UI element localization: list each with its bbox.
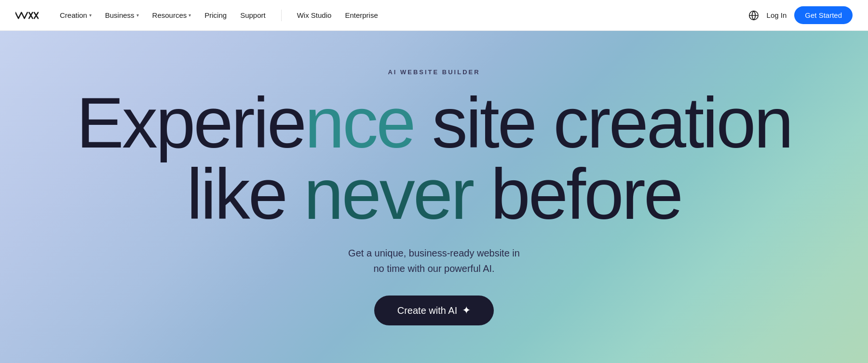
nav-resources-label: Resources (152, 11, 187, 19)
wix-logo[interactable] (15, 8, 39, 23)
nav-item-support[interactable]: Support (234, 7, 271, 23)
hero-desc-line1: Get a unique, business-ready website in (348, 248, 520, 258)
language-selector[interactable] (748, 10, 759, 21)
hero-section: AI WEBSITE BUILDER Experience site creat… (0, 0, 868, 363)
nav-item-enterprise[interactable]: Enterprise (339, 7, 383, 23)
create-with-ai-button[interactable]: Create with AI ✦ (374, 296, 494, 325)
hero-headline: Experience site creation like never befo… (76, 87, 792, 230)
hero-description: Get a unique, business-ready website in … (348, 245, 520, 276)
chevron-down-icon: ▾ (189, 13, 191, 18)
nav-right: Log In Get Started (748, 6, 853, 24)
hero-desc-line2: no time with our powerful AI. (373, 263, 494, 274)
nav-item-business[interactable]: Business ▾ (99, 7, 145, 23)
nav-item-wix-studio[interactable]: Wix Studio (291, 7, 338, 23)
sparkle-icon: ✦ (462, 304, 471, 317)
get-started-button[interactable]: Get Started (794, 6, 853, 24)
chevron-down-icon: ▾ (136, 13, 139, 18)
hero-eyebrow: AI WEBSITE BUILDER (388, 68, 480, 76)
hero-line1-part1: Experie (76, 83, 305, 162)
nav-enterprise-label: Enterprise (345, 11, 378, 19)
nav-links: Creation ▾ Business ▾ Resources ▾ Pricin… (54, 7, 748, 23)
hero-line1-teal: nce (305, 83, 414, 162)
chevron-down-icon: ▾ (89, 13, 92, 18)
hero-line2-part1: like (187, 154, 304, 234)
hero-line1: Experience site creation (76, 87, 792, 159)
hero-line2: like never before (76, 159, 792, 230)
hero-line2-part2: before (473, 154, 681, 234)
login-link[interactable]: Log In (767, 11, 787, 19)
nav-creation-label: Creation (60, 11, 87, 19)
hero-line2-teal: never (304, 154, 473, 234)
nav-pricing-label: Pricing (204, 11, 227, 19)
nav-business-label: Business (105, 11, 135, 19)
nav-divider (281, 10, 282, 21)
nav-studio-label: Wix Studio (297, 11, 332, 19)
navbar: Creation ▾ Business ▾ Resources ▾ Pricin… (0, 0, 868, 31)
create-with-ai-label: Create with AI (397, 305, 458, 316)
nav-item-pricing[interactable]: Pricing (199, 7, 232, 23)
hero-line1-part2: site creation (414, 83, 792, 162)
nav-support-label: Support (240, 11, 266, 19)
nav-item-creation[interactable]: Creation ▾ (54, 7, 97, 23)
nav-item-resources[interactable]: Resources ▾ (147, 7, 197, 23)
